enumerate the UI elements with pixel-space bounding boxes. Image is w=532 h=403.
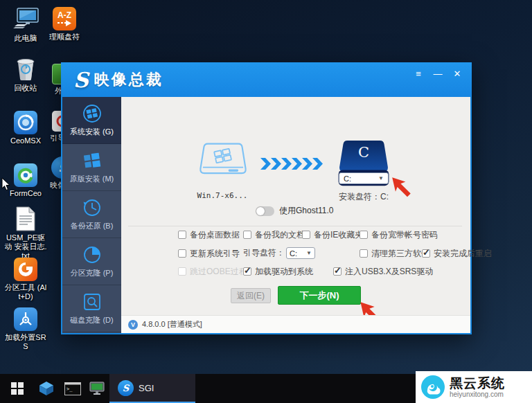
close-icon[interactable]: ✕: [450, 66, 465, 80]
checkbox-icon[interactable]: [243, 231, 251, 239]
desktop-icon-label: 此电脑: [15, 34, 37, 43]
heiyun-logo-icon: [420, 375, 445, 400]
watermark-domain: heiyunxitong.com: [450, 391, 505, 398]
taskbar-sgi-task[interactable]: S SGI: [109, 374, 195, 403]
start-button[interactable]: [4, 374, 30, 403]
option-label: 备份IE收藏夹: [314, 229, 363, 241]
checkbox-icon[interactable]: [178, 249, 186, 258]
option-backup-desktop[interactable]: 备份桌面数据: [178, 230, 240, 240]
option-clean-thirdparty[interactable]: 清理第三方软件: [360, 249, 429, 258]
sidebar-item-backup-restore[interactable]: 备份还原 (B): [62, 191, 121, 238]
az-sort-icon: A-Z: [53, 7, 76, 30]
sidebar-item-label: 磁盘克隆 (D): [70, 315, 113, 325]
source-image-label: Win.7-x6...: [181, 191, 264, 200]
option-label: 加载驱动到系统: [255, 266, 313, 278]
backup-restore-icon: [82, 197, 103, 218]
target-drive-letter: C: [333, 144, 394, 161]
taskbar-display-tool[interactable]: [86, 374, 109, 403]
windows-start-icon: [11, 382, 24, 395]
sidebar-item-label: 原版安装 (M): [70, 174, 114, 184]
mouse-cursor-icon: [1, 177, 11, 191]
desktop-icon-label: 分区工具 (Alt+D): [4, 283, 47, 301]
install-drive-value: C:: [344, 174, 351, 183]
minimize-icon[interactable]: —: [430, 66, 445, 80]
main-panel: Win.7-x6...: [121, 97, 470, 315]
menu-icon[interactable]: ≡: [411, 66, 426, 80]
option-label: 清理第三方软件: [371, 248, 429, 260]
sgi-logo-icon: S: [118, 380, 134, 396]
ghost-toggle-label: 使用Ghost11.0: [279, 205, 333, 217]
boot-letter-select[interactable]: C: ▼: [286, 247, 315, 259]
taskbar-sgi-label: SGI: [139, 383, 154, 393]
recycle-bin-icon: [13, 55, 38, 82]
ghost-toggle[interactable]: 使用Ghost11.0: [256, 205, 333, 217]
system-install-icon: [82, 103, 103, 124]
option-backup-broadband[interactable]: 备份宽带帐号密码: [360, 230, 438, 240]
version-text: 4.8.0.0 [普通模式]: [142, 319, 202, 330]
annotation-arrow-icon: [390, 176, 414, 199]
next-button[interactable]: 下一步(N): [278, 286, 361, 305]
status-bar: V 4.8.0.0 [普通模式]: [121, 315, 470, 333]
option-label: 更新系统引导: [190, 248, 240, 260]
ceomsx-icon: [14, 111, 37, 134]
original-install-icon: [82, 150, 103, 171]
app-logo-icon: S: [73, 68, 89, 92]
checkbox-icon[interactable]: [360, 231, 368, 239]
partition-clone-icon: [82, 244, 103, 265]
desktop-icon-label: USM_PE驱动 安装日志.txt: [4, 233, 47, 260]
checkbox-icon: [178, 267, 186, 276]
taskbar-command-prompt[interactable]: >_: [61, 374, 85, 403]
option-inject-usb3-srs[interactable]: 注入USB3.X及SRS驱动: [333, 267, 433, 276]
desktop-icon-partition-tool[interactable]: 分区工具 (Alt+D): [4, 258, 47, 301]
option-update-boot[interactable]: 更新系统引导: [178, 249, 240, 258]
boot-letter-label: 引导盘符：: [243, 247, 285, 259]
toggle-off-icon[interactable]: [256, 206, 274, 216]
checkbox-icon[interactable]: [302, 231, 310, 239]
window-title: 映像总裁: [94, 69, 163, 90]
desktop-icon-sort-letters[interactable]: A-Z 理顺盘符: [43, 7, 86, 42]
window-titlebar[interactable]: S 映像总裁 ≡ — ✕: [61, 62, 472, 97]
back-button[interactable]: 返回(E): [231, 288, 271, 303]
desktop-icon-label: 理顺盘符: [49, 33, 80, 42]
checkbox-icon[interactable]: [178, 231, 186, 239]
desktop-icon-usm-log[interactable]: USM_PE驱动 安装日志.txt: [4, 206, 47, 260]
checkbox-icon[interactable]: [360, 249, 368, 258]
install-drive-select[interactable]: C: ▼: [339, 172, 389, 184]
option-label: 备份宽带帐号密码: [371, 229, 438, 241]
desktop-icon-load-srs[interactable]: 加载外置SRS: [4, 307, 47, 351]
checkbox-icon[interactable]: [422, 249, 430, 258]
sgi-window: S 映像总裁 ≡ — ✕ 系统安装 (G): [61, 62, 472, 334]
option-label: 备份桌面数据: [190, 229, 240, 241]
option-reboot-after[interactable]: 安装完成后重启: [422, 249, 492, 258]
formceo-icon: [14, 163, 37, 187]
checkbox-icon[interactable]: [333, 267, 342, 276]
section-divider: [128, 226, 462, 226]
watermark: 黑云系统 heiyunxitong.com: [416, 371, 532, 403]
svg-text:>_: >_: [66, 386, 73, 392]
option-backup-documents[interactable]: 备份我的文档: [243, 230, 305, 240]
sidebar-item-original-install[interactable]: 原版安装 (M): [62, 144, 121, 191]
sidebar-item-label: 分区克隆 (P): [71, 268, 114, 278]
watermark-name: 黑云系统: [450, 377, 505, 391]
source-drive-icon: [196, 140, 250, 188]
display-tool-icon: [89, 382, 106, 396]
computer-icon: [12, 7, 39, 32]
desktop-icon-recycle-bin[interactable]: 回收站: [4, 55, 47, 93]
cube-icon: [39, 381, 54, 396]
option-label: 备份我的文档: [255, 229, 305, 241]
sidebar: 系统安装 (G) 原版安装 (M) 备份还原 (B): [62, 97, 121, 333]
sidebar-item-partition-clone[interactable]: 分区克隆 (P): [62, 238, 121, 285]
desktop-icon-ceomsx[interactable]: CeoMSX: [4, 111, 47, 145]
command-prompt-icon: >_: [64, 382, 81, 395]
option-load-drivers[interactable]: 加载驱动到系统: [243, 267, 313, 276]
sidebar-item-system-install[interactable]: 系统安装 (G): [62, 97, 121, 144]
desktop-icon-label: CeoMSX: [10, 136, 41, 145]
az-text: A-Z: [57, 11, 71, 19]
taskbar-pe-tool[interactable]: [35, 374, 58, 403]
desktop-icon-this-pc[interactable]: 此电脑: [4, 7, 47, 43]
option-backup-ie[interactable]: 备份IE收藏夹: [302, 230, 363, 240]
checkbox-icon[interactable]: [243, 267, 251, 276]
chevron-down-icon: ▼: [378, 175, 384, 181]
option-label: 安装完成后重启: [434, 248, 492, 260]
sidebar-item-disk-clone[interactable]: 磁盘克隆 (D): [62, 285, 121, 332]
